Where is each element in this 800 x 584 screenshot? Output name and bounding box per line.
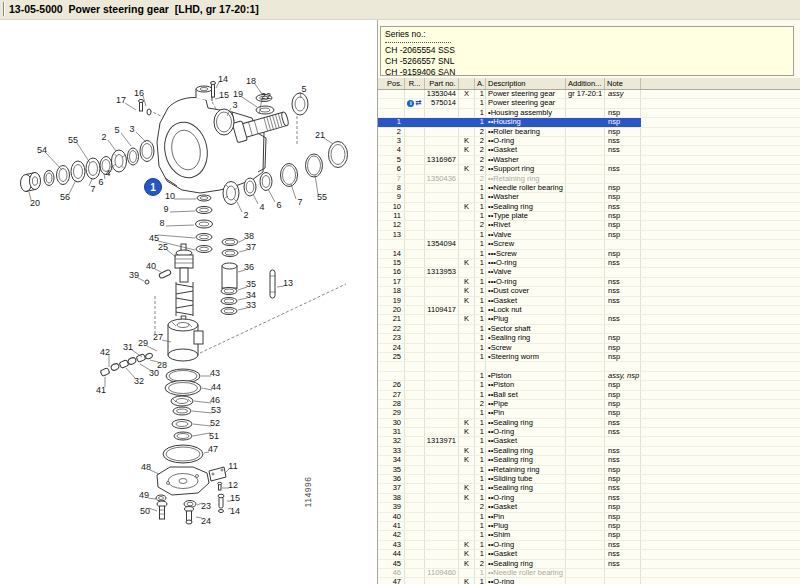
table-row[interactable]: 30K1••Sealing ringnss <box>378 419 800 428</box>
callout-label[interactable]: 27 <box>153 332 163 342</box>
table-row[interactable]: 91••Washernsp <box>378 193 800 202</box>
table-row[interactable]: 421••Shimnsp <box>378 531 800 540</box>
callout-label[interactable]: 11 <box>228 461 237 471</box>
callout-label[interactable]: 35 <box>246 279 256 289</box>
column-header[interactable]: Note <box>605 78 641 89</box>
callout-label[interactable]: 7 <box>297 197 302 207</box>
callout-label[interactable]: 56 <box>60 192 70 202</box>
table-row[interactable]: 13540941••Screw <box>378 240 800 249</box>
callout-label[interactable]: 9 <box>163 204 168 214</box>
table-row[interactable]: 10K1••Sealing ringnss <box>378 203 800 212</box>
callout-label[interactable]: 41 <box>96 385 106 395</box>
table-row[interactable]: 141•••Screwnsp <box>378 250 800 259</box>
callout-label[interactable]: 10 <box>165 191 175 201</box>
table-row[interactable]: 47K1••O-ring <box>378 578 800 584</box>
callout-label[interactable]: 28 <box>157 360 167 370</box>
column-header[interactable]: Addition... <box>566 78 605 89</box>
callout-label[interactable]: 19 <box>233 89 243 99</box>
callout-label[interactable]: 50 <box>140 506 150 516</box>
callout-label[interactable]: 6 <box>276 200 281 210</box>
table-row[interactable]: 713504362••Retaining ring <box>378 175 800 184</box>
table-row[interactable]: 43K1••O-ringnss <box>378 541 800 550</box>
callout-label[interactable]: 20 <box>30 198 40 208</box>
table-row[interactable]: 44K1••Gasketnss <box>378 550 800 559</box>
table-row[interactable]: 282••Pipensp <box>378 400 800 409</box>
callout-label[interactable]: 8 <box>159 218 164 228</box>
callout-label[interactable]: 51 <box>209 431 219 441</box>
callout-label[interactable]: 2 <box>243 210 248 220</box>
table-row[interactable]: 3K2••O-ringnss <box>378 137 800 146</box>
callout-label[interactable]: 3 <box>232 100 237 110</box>
callout-label[interactable]: 24 <box>201 516 211 526</box>
table-row[interactable]: 37K1••Sealing ringnss <box>378 484 800 493</box>
table-row[interactable]: 11••Housingnsp <box>378 118 800 127</box>
table-row[interactable]: 261••Pistonnsp <box>378 381 800 390</box>
callout-label[interactable]: 18 <box>246 76 256 86</box>
table-row[interactable]: 1353044X1Power steering geargr 17-20:1as… <box>378 90 800 99</box>
callout-label[interactable]: 21 <box>315 130 325 140</box>
table-row[interactable]: 131••Valvensp <box>378 231 800 240</box>
column-header[interactable]: Part no. <box>425 78 459 89</box>
table-row[interactable]: 122••Rivetnsp <box>378 221 800 230</box>
table-row[interactable]: 45K2••Sealing ringnss <box>378 560 800 569</box>
table-row[interactable]: 4611094601••Needle roller bearing <box>378 569 800 578</box>
table-row[interactable]: i⇄5750141Power steering gear <box>378 99 800 108</box>
callout-label[interactable]: 15 <box>230 493 240 503</box>
callout-label[interactable]: 37 <box>246 242 256 252</box>
callout-label[interactable]: 16 <box>134 88 144 98</box>
callout-label[interactable]: 38 <box>244 231 254 241</box>
callout-label[interactable]: 32 <box>134 376 144 386</box>
callout-label[interactable]: 6 <box>98 177 103 187</box>
selected-part-balloon[interactable]: 1 <box>145 179 162 196</box>
callout-label[interactable]: 53 <box>211 405 221 415</box>
callout-label[interactable]: 48 <box>141 462 151 472</box>
table-row[interactable]: 291••Pinnsp <box>378 409 800 418</box>
callout-label[interactable]: 46 <box>210 395 220 405</box>
exchange-icon[interactable]: ⇄ <box>415 99 421 107</box>
table-row[interactable]: 271••Ball setnsp <box>378 391 800 400</box>
callout-label[interactable]: 29 <box>138 338 148 348</box>
callout-label[interactable]: 23 <box>201 501 211 511</box>
callout-label[interactable]: 13 <box>283 278 293 288</box>
column-header[interactable] <box>641 78 800 89</box>
table-row[interactable]: 401••Pinnsp <box>378 513 800 522</box>
callout-label[interactable]: 33 <box>246 300 256 310</box>
callout-label[interactable]: 55 <box>317 192 327 202</box>
table-row[interactable]: 231•Sealing ringnsp <box>378 334 800 343</box>
callout-label[interactable]: 14 <box>218 74 228 84</box>
table-row[interactable]: 4K2••Gasketnss <box>378 146 800 155</box>
table-row[interactable]: 351••Retaining ringnsp <box>378 466 800 475</box>
table-row[interactable]: 34K1••Sealing ringnss <box>378 456 800 465</box>
column-header[interactable]: Pos. <box>378 78 405 89</box>
callout-label[interactable]: 3 <box>129 124 134 134</box>
table-row[interactable]: 18K1••Dust covernss <box>378 287 800 296</box>
table-row[interactable]: 2011094171••Lock nut <box>378 306 800 315</box>
callout-label[interactable]: 49 <box>139 490 149 500</box>
callout-label[interactable]: 4 <box>105 168 110 178</box>
table-row[interactable]: 17K1•••O-ringnss <box>378 278 800 287</box>
table-row[interactable]: 1•Housing assemblynsp <box>378 109 800 118</box>
table-row[interactable]: 1•Pistonassy, nsp <box>378 372 800 381</box>
table-row[interactable]: 22••Roller bearingnsp <box>378 128 800 137</box>
callout-label[interactable]: 5 <box>114 125 119 135</box>
column-header[interactable]: Description <box>486 78 566 89</box>
callout-label[interactable]: 12 <box>228 480 238 490</box>
table-row[interactable]: 1613139531••Valve <box>378 268 800 277</box>
callout-label[interactable]: 17 <box>116 95 126 105</box>
table-row[interactable]: 221•Sector shaft <box>378 325 800 334</box>
callout-label[interactable]: 47 <box>208 444 218 454</box>
callout-label[interactable]: 39 <box>129 270 139 280</box>
callout-label[interactable]: 34 <box>246 290 256 300</box>
callout-label[interactable]: 25 <box>158 242 168 252</box>
callout-label[interactable]: 5 <box>301 84 306 94</box>
table-row[interactable]: 81••Needle roller bearingnsp <box>378 184 800 193</box>
table-row[interactable]: 21K1••Plugnss <box>378 315 800 324</box>
callout-label[interactable]: 55 <box>68 135 78 145</box>
table-row[interactable]: 411••Plugnsp <box>378 522 800 531</box>
table-row[interactable]: 361••Sliding tubensp <box>378 475 800 484</box>
table-row[interactable]: 19K1••Gasketnss <box>378 297 800 306</box>
column-header[interactable]: R... <box>405 78 425 89</box>
table-row[interactable]: 38K1••O-ringnss <box>378 494 800 503</box>
callout-label[interactable]: 43 <box>210 368 220 378</box>
table-row[interactable]: 251•Steering wormnsp <box>378 353 800 362</box>
